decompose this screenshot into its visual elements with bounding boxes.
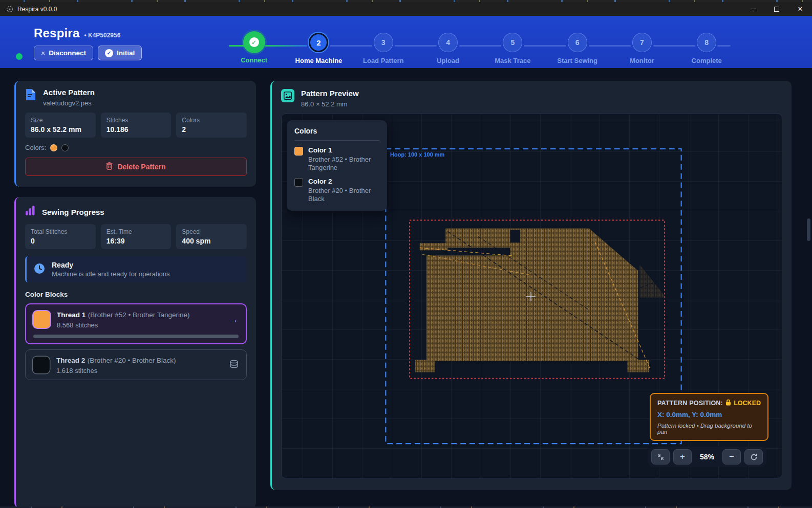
legend-color-name: Color 2 <box>308 178 379 185</box>
stat-label: Speed <box>182 228 241 235</box>
legend-swatch-1 <box>294 147 303 156</box>
pattern-position-overlay: PATTERN POSITION: LOCKED X: 0.0mm, Y: 0.… <box>650 393 768 441</box>
step-label: Complete <box>692 57 722 64</box>
header: Respira • K4P502956 × Disconnect ✓ Initi… <box>0 16 812 68</box>
machine-serial: • K4P502956 <box>84 32 120 39</box>
step-label: Monitor <box>630 57 654 64</box>
lock-icon <box>725 399 731 407</box>
step-number: 4 <box>438 33 458 52</box>
active-pattern-card: Active Pattern valetudogv2.pes Size 86.0… <box>14 81 256 187</box>
scrollbar-thumb[interactable] <box>807 218 810 241</box>
legend-title: Colors <box>294 127 379 135</box>
lock-state-badge: LOCKED <box>734 400 761 407</box>
minimize-button[interactable] <box>741 2 765 16</box>
initial-label: Initial <box>117 49 135 57</box>
arrow-right-icon: → <box>228 314 239 325</box>
image-icon <box>281 89 294 102</box>
layers-stack-icon <box>229 360 239 371</box>
stat-speed: Speed 400 spm <box>176 224 247 249</box>
legend-swatch-2 <box>294 178 303 187</box>
window-controls: ✕ <box>741 2 812 16</box>
pattern-preview-card: Pattern Preview 86.0 × 52.2 mm <box>270 81 792 490</box>
header-left: Respira • K4P502956 × Disconnect ✓ Initi… <box>34 26 142 60</box>
card-title: Active Pattern <box>43 88 95 97</box>
stat-value: 86.0 x 52.2 mm <box>31 125 90 134</box>
thread-detail: (Brother #52 • Brother Tangerine) <box>88 311 190 319</box>
stat-total-stitches: Total Stitches 0 <box>25 224 96 249</box>
workflow-stepper: ✓ Connect 2 Home Machine 3 Load Pattern … <box>222 28 739 64</box>
status-title: Ready <box>52 261 170 269</box>
stat-size: Size 86.0 x 52.2 mm <box>25 113 96 138</box>
minus-icon: − <box>729 452 734 462</box>
zoom-out-button[interactable]: − <box>722 449 741 465</box>
refresh-icon <box>750 453 758 461</box>
stepper-connector <box>524 45 566 47</box>
maximize-button[interactable] <box>765 2 788 16</box>
step-connect-circle: ✓ <box>243 31 265 53</box>
bar-chart-icon <box>25 205 35 218</box>
thread-block-1[interactable]: Thread 1 (Brother #52 • Brother Tangerin… <box>25 303 247 344</box>
position-hint: Pattern locked • Drag background to pan <box>657 423 761 435</box>
stepper-connector <box>653 45 695 47</box>
initial-button[interactable]: ✓ Initial <box>98 46 142 60</box>
step-label: Mask Trace <box>495 57 530 64</box>
pattern-filename: valetudogv2.pes <box>43 99 95 107</box>
step-number: 7 <box>632 33 652 52</box>
main-content: Active Pattern valetudogv2.pes Size 86.0… <box>0 68 812 508</box>
stat-value: 2 <box>182 125 241 134</box>
stat-value: 0 <box>31 237 90 245</box>
close-button[interactable]: ✕ <box>788 2 812 16</box>
thread-progress-bar <box>33 335 239 338</box>
disconnect-button[interactable]: × Disconnect <box>34 46 93 60</box>
fit-to-screen-button[interactable] <box>651 449 670 465</box>
legend-entry-1: Color 1 Brother #52 • Brother Tangerine <box>294 146 379 172</box>
hoop-size-label: Hoop: 100 x 100 mm <box>390 151 444 158</box>
status-description: Machine is idle and ready for operations <box>52 270 170 278</box>
app-window: Respira v0.0.0 ✕ Respira • K4P502956 × D… <box>0 0 812 508</box>
stat-label: Stitches <box>106 117 166 124</box>
thread-detail: (Brother #20 • Brother Black) <box>88 357 176 364</box>
stat-value: 400 spm <box>182 237 241 245</box>
step-label: Start Sewing <box>557 57 597 64</box>
thread-block-2[interactable]: Thread 2 (Brother #20 • Brother Black) 1… <box>25 349 247 380</box>
stepper-connector <box>395 45 437 47</box>
step-number: 3 <box>374 33 393 52</box>
legend-color-name: Color 1 <box>308 146 379 154</box>
legend-color-detail: Brother #20 • Brother Black <box>308 187 379 204</box>
stepper-connector <box>459 45 501 47</box>
step-label: Upload <box>437 57 459 64</box>
card-title: Pattern Preview <box>301 89 359 98</box>
minimize-icon <box>751 9 756 9</box>
zoom-controls: + 58% − <box>648 447 766 467</box>
connection-status-dot <box>16 53 23 60</box>
plus-icon: + <box>680 452 685 462</box>
thread-1-swatch <box>33 311 50 328</box>
zoom-in-button[interactable]: + <box>673 449 692 465</box>
disconnect-label: Disconnect <box>49 49 86 57</box>
sewing-progress-card: Sewing Progress Total Stitches 0 Est. Ti… <box>14 197 256 508</box>
stat-label: Est. Time <box>106 228 166 235</box>
stat-label: Size <box>31 117 90 124</box>
delete-pattern-button[interactable]: Delete Pattern <box>25 158 247 176</box>
color-swatch-2 <box>61 144 69 151</box>
legend-entry-2: Color 2 Brother #20 • Brother Black <box>294 178 379 204</box>
step-label: Load Pattern <box>363 57 403 64</box>
stepper-connector <box>265 45 307 47</box>
colors-label: Colors: <box>25 144 46 151</box>
reset-view-button[interactable] <box>744 449 763 465</box>
window-title: Respira v0.0.0 <box>17 6 57 13</box>
close-x-icon: × <box>41 49 45 57</box>
step-number: 5 <box>503 33 522 52</box>
thread-name: Thread 1 <box>57 311 86 319</box>
stepper-connector <box>589 45 631 47</box>
preview-canvas[interactable]: Hoop: 100 x 100 mm Colors Color 1 Brothe… <box>281 114 782 478</box>
stepper-stub-right <box>717 45 731 47</box>
stat-est-time: Est. Time 16:39 <box>101 224 172 249</box>
stat-value: 10.186 <box>106 125 166 134</box>
position-title: PATTERN POSITION: <box>657 400 723 407</box>
stat-label: Colors <box>182 117 241 124</box>
fit-icon <box>657 453 665 461</box>
clock-icon <box>33 262 46 277</box>
window-scrollbar[interactable] <box>807 72 811 504</box>
check-circle-icon: ✓ <box>105 49 113 57</box>
